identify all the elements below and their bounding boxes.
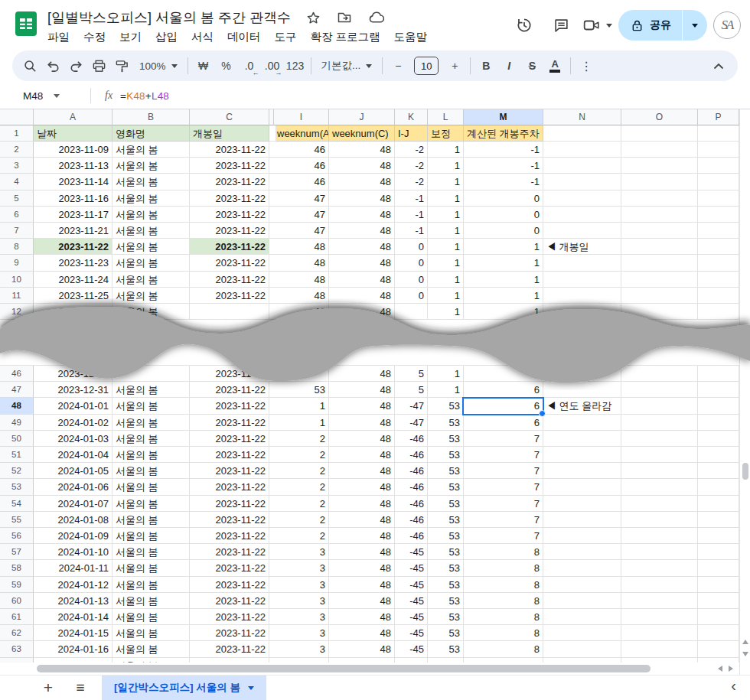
cell-C49[interactable]: 2023-11-22 xyxy=(190,415,269,431)
cell-A9[interactable]: 2023-11-23 xyxy=(34,255,112,271)
row-header-49[interactable]: 49 xyxy=(0,415,34,431)
cell-K59[interactable]: -45 xyxy=(395,577,428,593)
menu-data[interactable]: 데이터 xyxy=(220,28,268,47)
cell-B47[interactable]: 서울의 봄 xyxy=(112,382,190,398)
cell-J54[interactable]: 48 xyxy=(329,496,395,512)
cell-B11[interactable]: 서울의 봄 xyxy=(112,288,190,304)
vertical-scrollbar-thumb[interactable] xyxy=(742,463,748,480)
column-header-C[interactable]: C xyxy=(190,109,269,125)
increase-font-size-button[interactable]: + xyxy=(443,54,466,77)
cell-I59[interactable]: 3 xyxy=(274,577,329,593)
row-header-54[interactable]: 54 xyxy=(0,496,34,512)
cell-O51[interactable] xyxy=(621,447,698,463)
cell-P8[interactable] xyxy=(698,239,739,255)
cell-C6[interactable]: 2023-11-22 xyxy=(190,207,269,223)
horizontal-scrollbar-thumb[interactable] xyxy=(37,665,651,672)
cell-L62[interactable]: 53 xyxy=(428,625,464,641)
cell-N11[interactable] xyxy=(543,288,621,304)
row-header-48[interactable]: 48 xyxy=(0,398,34,414)
cell-I50[interactable]: 2 xyxy=(274,431,329,447)
cell-M53[interactable]: 7 xyxy=(464,479,543,495)
cell-B2[interactable]: 서울의 봄 xyxy=(112,142,190,158)
cell-I3[interactable]: 46 xyxy=(274,158,329,174)
menu-edit[interactable]: 수정 xyxy=(77,28,112,47)
cell-I47[interactable]: 53 xyxy=(274,382,329,398)
cell-N1[interactable] xyxy=(543,125,621,142)
cell-M12[interactable]: 1 xyxy=(464,304,543,320)
cell-N51[interactable] xyxy=(543,447,621,463)
cell-J10[interactable]: 48 xyxy=(329,272,395,288)
cell-B49[interactable]: 서울의 봄 xyxy=(112,415,190,431)
cell-L58[interactable]: 53 xyxy=(428,560,464,576)
cell-P6[interactable] xyxy=(698,207,739,223)
cell-A52[interactable]: 2024-01-05 xyxy=(34,463,112,479)
cell-B59[interactable]: 서울의 봄 xyxy=(112,577,190,593)
cell-P5[interactable] xyxy=(698,190,739,207)
cell-P54[interactable] xyxy=(698,496,739,512)
cell-N61[interactable] xyxy=(543,609,621,625)
cell-M50[interactable]: 7 xyxy=(464,431,543,447)
cell-P63[interactable] xyxy=(698,641,739,657)
cell-K3[interactable]: -2 xyxy=(395,158,428,174)
avatar[interactable]: SA xyxy=(713,11,741,39)
chevron-down-icon[interactable] xyxy=(606,24,612,28)
column-header-L[interactable]: L xyxy=(428,109,464,125)
cell-C63[interactable]: 2023-11-22 xyxy=(190,641,269,657)
row-header-57[interactable]: 57 xyxy=(0,544,34,560)
cell-L48[interactable]: 53 xyxy=(428,398,464,414)
row-header-11[interactable]: 11 xyxy=(0,288,34,304)
cell-M56[interactable]: 7 xyxy=(464,528,543,544)
row-header-5[interactable]: 5 xyxy=(0,190,34,207)
row-header-6[interactable]: 6 xyxy=(0,207,34,223)
cell-P58[interactable] xyxy=(698,560,739,576)
cell-J7[interactable]: 48 xyxy=(329,223,395,239)
cell-M63[interactable]: 8 xyxy=(464,641,543,657)
cell-A49[interactable]: 2024-01-02 xyxy=(34,415,112,431)
cell-C56[interactable]: 2023-11-22 xyxy=(190,528,269,544)
column-header-N[interactable]: N xyxy=(543,109,621,125)
cell-C61[interactable]: 2023-11-22 xyxy=(190,609,269,625)
column-header-B[interactable]: B xyxy=(112,109,190,125)
cell-A58[interactable]: 2024-01-11 xyxy=(34,560,112,576)
cell-B4[interactable]: 서울의 봄 xyxy=(112,174,190,190)
cell-K46[interactable]: 5 xyxy=(395,366,428,382)
row-header-12[interactable]: 12 xyxy=(0,304,34,320)
cell-M47[interactable]: 6 xyxy=(464,382,543,398)
horizontal-scrollbar[interactable] xyxy=(0,663,739,675)
cell-K57[interactable]: -45 xyxy=(395,544,428,560)
cell-J2[interactable]: 48 xyxy=(329,142,395,158)
scroll-up-icon[interactable] xyxy=(742,640,748,644)
cell-O2[interactable] xyxy=(621,142,698,158)
cell-N46[interactable] xyxy=(543,366,621,382)
cell-K12[interactable] xyxy=(395,304,428,320)
cell-J4[interactable]: 48 xyxy=(329,174,395,190)
more-toolbar-button[interactable]: ⋮ xyxy=(575,54,598,77)
cell-B51[interactable]: 서울의 봄 xyxy=(112,447,190,463)
cell-J52[interactable]: 48 xyxy=(329,463,395,479)
column-header-K[interactable]: K xyxy=(395,109,428,125)
cell-I63[interactable]: 3 xyxy=(274,641,329,657)
cell-J51[interactable]: 48 xyxy=(329,447,395,463)
row-header-10[interactable]: 10 xyxy=(0,272,34,288)
name-box[interactable]: M48 xyxy=(0,90,84,102)
cell-P53[interactable] xyxy=(698,479,739,495)
menu-help[interactable]: 도움말 xyxy=(387,28,435,47)
cell-I62[interactable]: 3 xyxy=(274,625,329,641)
cell-C3[interactable]: 2023-11-22 xyxy=(190,158,269,174)
cell-M52[interactable]: 7 xyxy=(464,463,543,479)
vertical-scrollbar[interactable] xyxy=(739,109,750,675)
cell-A53[interactable]: 2024-01-06 xyxy=(34,479,112,495)
column-header-P[interactable]: P xyxy=(698,109,739,125)
cell-L5[interactable]: 1 xyxy=(428,190,464,207)
document-title[interactable]: [일별박스오피스] 서울의 봄 주간 관객수 xyxy=(47,8,291,27)
cell-I48[interactable]: 1 xyxy=(274,398,329,414)
cell-M61[interactable]: 8 xyxy=(464,609,543,625)
cell-M3[interactable]: -1 xyxy=(464,158,543,174)
row-header-4[interactable]: 4 xyxy=(0,174,34,190)
cell-I56[interactable]: 2 xyxy=(274,528,329,544)
cell-C46[interactable]: 2023-11-22 xyxy=(190,366,269,382)
cell-M2[interactable]: -1 xyxy=(464,142,543,158)
cell-L60[interactable]: 53 xyxy=(428,593,464,609)
cell-J6[interactable]: 48 xyxy=(329,207,395,223)
row-header-55[interactable]: 55 xyxy=(0,512,34,528)
